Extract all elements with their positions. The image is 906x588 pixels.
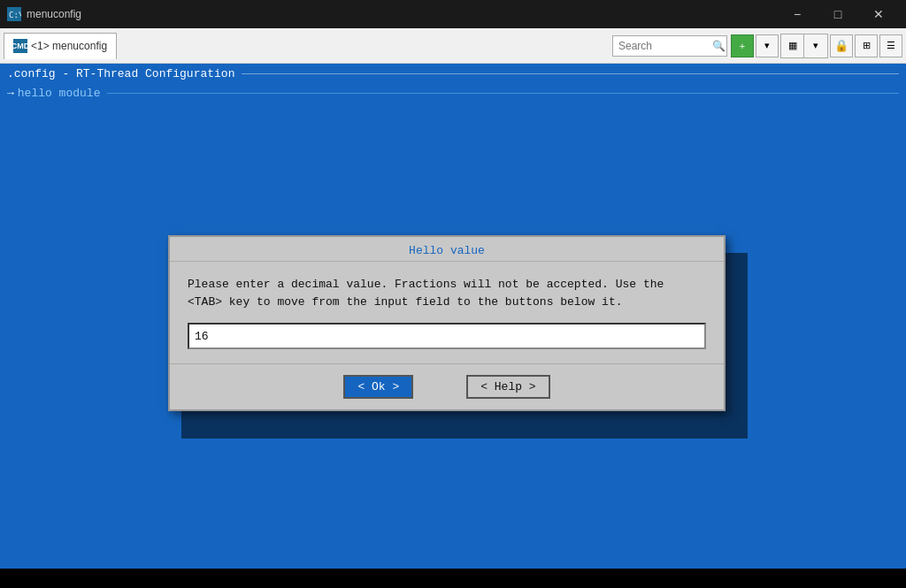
grid-dropdown-button[interactable]: ▾	[804, 34, 827, 57]
dialog-body: Please enter a decimal value. Fractions …	[170, 262, 724, 363]
help-button[interactable]: < Help >	[466, 375, 549, 399]
breadcrumb-text: .config - RT-Thread Configuration	[7, 67, 234, 80]
toolbar-actions: + ▾ ▦ ▾ 🔒 ⊞ ☰	[731, 34, 902, 58]
close-button[interactable]: ✕	[858, 0, 899, 28]
dialog-value-input[interactable]	[188, 323, 706, 349]
view-buttons: ▦ ▾	[780, 34, 828, 58]
tab-menuconfig[interactable]: CMD <1> menuconfig	[4, 33, 117, 59]
maximize-button[interactable]: □	[818, 0, 858, 28]
background-area: Hello value Please enter a decimal value…	[0, 103, 906, 569]
ok-button[interactable]: < Ok >	[343, 375, 413, 399]
dialog-footer: < Ok > < Help >	[170, 363, 724, 409]
tab-icon: CMD	[13, 39, 27, 53]
menu-button[interactable]: ☰	[879, 34, 902, 57]
window-icon: C:\	[7, 7, 21, 21]
search-input[interactable]	[612, 35, 727, 57]
svg-text:C:\: C:\	[9, 11, 21, 19]
title-bar: C:\ menuconfig − □ ✕	[0, 0, 906, 28]
minimize-button[interactable]: −	[777, 0, 818, 28]
dialog-message: Please enter a decimal value. Fractions …	[188, 276, 706, 310]
dialog-message-line1: Please enter a decimal value. Fractions …	[188, 278, 664, 291]
search-button[interactable]: 🔍	[712, 40, 726, 52]
dialog-title: Hello value	[170, 237, 724, 262]
panels-button[interactable]: ⊞	[855, 34, 878, 57]
second-breadcrumb-separator	[107, 93, 899, 94]
breadcrumb-separator	[242, 73, 899, 74]
hello-value-dialog: Hello value Please enter a decimal value…	[168, 235, 726, 411]
lock-button[interactable]: 🔒	[830, 34, 853, 57]
window-controls: − □ ✕	[777, 0, 899, 28]
breadcrumb-bar: .config - RT-Thread Configuration	[0, 64, 906, 83]
tab-label-text: <1> menuconfig	[31, 40, 107, 52]
second-breadcrumb-text: hello module	[18, 87, 101, 100]
grid-button[interactable]: ▦	[781, 34, 804, 57]
main-area: .config - RT-Thread Configuration hello …	[0, 64, 906, 569]
window-title: menuconfig	[27, 8, 777, 20]
add-button[interactable]: +	[731, 34, 754, 57]
dialog-message-line2: <TAB> key to move from the input field t…	[188, 295, 622, 309]
search-container: 🔍	[612, 35, 727, 57]
toolbar: CMD <1> menuconfig 🔍 + ▾ ▦ ▾ 🔒 ⊞ ☰	[0, 28, 906, 64]
dropdown-arrow-button[interactable]: ▾	[756, 34, 779, 57]
second-breadcrumb: hello module	[0, 83, 906, 103]
